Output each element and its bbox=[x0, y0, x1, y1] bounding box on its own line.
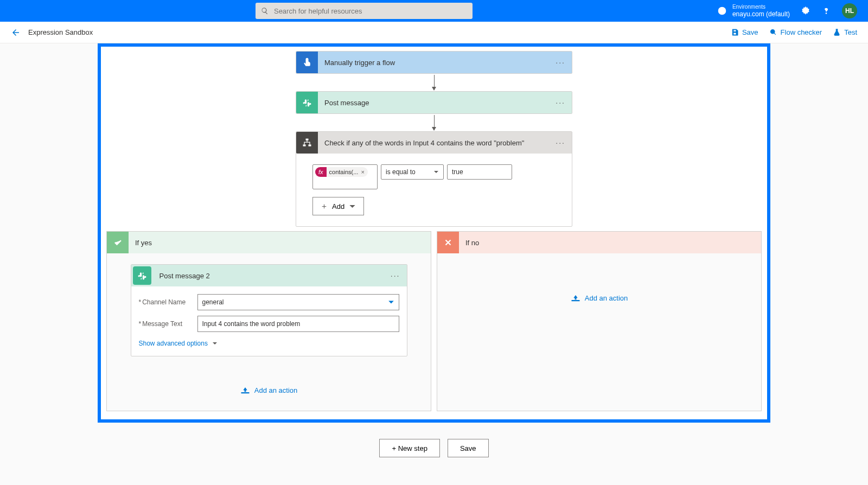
plus-icon bbox=[321, 203, 328, 210]
search-icon bbox=[261, 7, 269, 15]
post-message-card[interactable]: Post message ··· bbox=[296, 91, 572, 114]
arrow-icon bbox=[434, 115, 435, 130]
message-text-input[interactable]: Input 4 contains the word problem bbox=[197, 316, 399, 332]
if-no-branch: If no Add an action bbox=[437, 231, 762, 411]
expression-pill[interactable]: fx contains(... × bbox=[315, 167, 368, 177]
arrow-icon bbox=[434, 75, 435, 90]
add-condition-button[interactable]: Add bbox=[312, 197, 364, 215]
chevron-down-icon bbox=[388, 299, 394, 305]
slack-icon bbox=[133, 266, 151, 285]
flask-icon bbox=[833, 28, 841, 36]
search-input[interactable] bbox=[274, 7, 467, 15]
flow-canvas: Manually trigger a flow ··· Post message… bbox=[98, 43, 770, 423]
channel-name-label: Channel Name bbox=[139, 298, 197, 306]
condition-title: Check if any of the words in Input 4 con… bbox=[318, 139, 549, 147]
search-input-container[interactable] bbox=[256, 3, 473, 19]
add-action-yes[interactable]: Add an action bbox=[240, 386, 298, 394]
card-menu-icon[interactable]: ··· bbox=[549, 58, 572, 67]
trigger-title: Manually trigger a flow bbox=[318, 59, 549, 67]
add-action-icon bbox=[571, 295, 580, 302]
condition-left-input[interactable]: fx contains(... × bbox=[312, 164, 378, 189]
svg-rect-8 bbox=[571, 300, 579, 301]
channel-name-select[interactable]: general bbox=[197, 294, 399, 310]
environment-name: enayu.com (default) bbox=[732, 10, 790, 18]
save-icon bbox=[731, 28, 739, 36]
save-bottom-button[interactable]: Save bbox=[448, 439, 489, 457]
condition-operator-select[interactable]: is equal to bbox=[381, 164, 444, 180]
card-menu-icon[interactable]: ··· bbox=[384, 271, 407, 280]
svg-rect-5 bbox=[303, 144, 306, 146]
show-advanced-link[interactable]: Show advanced options bbox=[139, 340, 218, 347]
message-text-label: Message Text bbox=[139, 320, 197, 328]
svg-rect-7 bbox=[241, 392, 249, 393]
if-yes-label: If yes bbox=[129, 239, 158, 247]
new-step-button[interactable]: + New step bbox=[379, 439, 439, 457]
svg-point-2 bbox=[826, 13, 826, 14]
chevron-down-icon bbox=[349, 203, 356, 210]
condition-icon bbox=[296, 132, 318, 154]
toolbar: Expression Sandbox Save Flow checker Tes… bbox=[0, 22, 868, 43]
help-icon[interactable] bbox=[821, 6, 831, 16]
add-action-no[interactable]: Add an action bbox=[571, 294, 628, 302]
svg-rect-4 bbox=[306, 139, 309, 141]
condition-value-input[interactable]: true bbox=[447, 164, 512, 180]
top-header: Environments enayu.com (default) HL bbox=[0, 0, 868, 22]
post-message-title: Post message bbox=[318, 99, 549, 107]
avatar[interactable]: HL bbox=[842, 3, 857, 18]
check-icon bbox=[107, 232, 129, 253]
trigger-card[interactable]: Manually trigger a flow ··· bbox=[296, 51, 572, 74]
globe-icon bbox=[717, 6, 727, 16]
fx-icon: fx bbox=[315, 167, 327, 177]
environment-picker[interactable]: Environments enayu.com (default) bbox=[717, 4, 790, 18]
card-menu-icon[interactable]: ··· bbox=[549, 138, 572, 147]
if-no-label: If no bbox=[459, 239, 486, 247]
gear-icon[interactable] bbox=[801, 6, 810, 16]
slack-icon bbox=[296, 92, 318, 113]
save-button[interactable]: Save bbox=[731, 28, 758, 36]
page-title: Expression Sandbox bbox=[28, 28, 93, 36]
close-icon bbox=[437, 232, 459, 253]
chevron-down-icon bbox=[212, 341, 218, 346]
post-message-2-card[interactable]: Post message 2 ··· Channel Name general bbox=[131, 264, 407, 356]
if-yes-branch: If yes Post message 2 ··· bbox=[106, 231, 431, 411]
environment-label: Environments bbox=[732, 4, 790, 10]
card-menu-icon[interactable]: ··· bbox=[549, 98, 572, 107]
condition-card[interactable]: Check if any of the words in Input 4 con… bbox=[296, 131, 572, 227]
add-action-icon bbox=[240, 387, 250, 394]
chevron-down-icon bbox=[433, 169, 439, 175]
svg-rect-6 bbox=[309, 144, 311, 146]
checker-icon bbox=[769, 28, 777, 36]
post-message-2-title: Post message 2 bbox=[153, 272, 384, 280]
flow-checker-button[interactable]: Flow checker bbox=[769, 28, 822, 36]
test-button[interactable]: Test bbox=[833, 28, 857, 36]
remove-pill-icon[interactable]: × bbox=[361, 169, 364, 175]
touch-icon bbox=[296, 52, 318, 73]
back-icon[interactable] bbox=[11, 28, 21, 37]
